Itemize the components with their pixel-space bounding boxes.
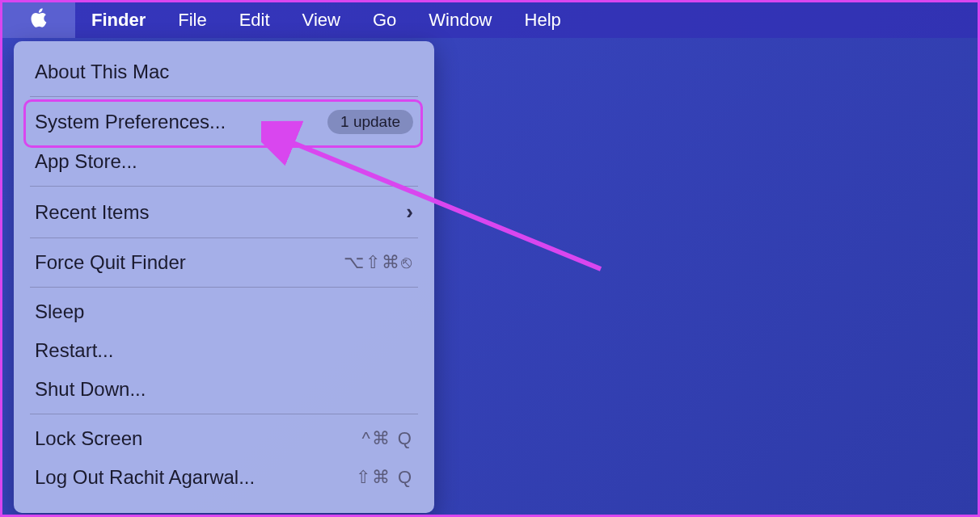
- menu-file[interactable]: File: [162, 2, 222, 38]
- apple-icon: [27, 6, 50, 34]
- menu-recent-items[interactable]: Recent Items ›: [14, 191, 434, 233]
- menu-divider: [30, 287, 418, 288]
- keyboard-shortcut: ^⌘ Q: [361, 428, 413, 449]
- chevron-right-icon: ›: [406, 200, 413, 225]
- menu-system-preferences[interactable]: System Preferences... 1 update: [14, 102, 434, 142]
- menu-divider: [30, 414, 418, 414]
- menu-item-label: Shut Down...: [35, 378, 413, 401]
- menu-app-store[interactable]: App Store...: [14, 142, 434, 181]
- menu-item-label: Log Out Rachit Agarwal...: [35, 466, 356, 489]
- update-badge: 1 update: [327, 110, 413, 134]
- keyboard-shortcut: ⌥⇧⌘⎋: [344, 252, 413, 273]
- menu-window[interactable]: Window: [412, 2, 508, 38]
- menu-sleep[interactable]: Sleep: [14, 292, 434, 331]
- menu-item-label: Recent Items: [35, 201, 406, 224]
- menu-about-this-mac[interactable]: About This Mac: [14, 53, 434, 91]
- apple-menu-button[interactable]: [2, 2, 75, 38]
- menu-edit[interactable]: Edit: [223, 2, 286, 38]
- menu-item-label: Sleep: [35, 301, 413, 323]
- menu-item-label: Lock Screen: [35, 427, 361, 450]
- menu-item-label: System Preferences...: [35, 111, 327, 133]
- apple-menu-dropdown: About This Mac System Preferences... 1 u…: [14, 41, 434, 513]
- menu-force-quit[interactable]: Force Quit Finder ⌥⇧⌘⎋: [14, 243, 434, 282]
- menu-item-label: Restart...: [35, 339, 413, 362]
- menu-shut-down[interactable]: Shut Down...: [14, 370, 434, 409]
- menu-go[interactable]: Go: [357, 2, 412, 38]
- menu-item-label: Force Quit Finder: [35, 251, 344, 274]
- menu-lock-screen[interactable]: Lock Screen ^⌘ Q: [14, 419, 434, 458]
- menu-help[interactable]: Help: [509, 2, 577, 38]
- app-name-menu[interactable]: Finder: [75, 2, 162, 38]
- menu-divider: [30, 96, 418, 97]
- menubar: Finder File Edit View Go Window Help: [2, 2, 978, 38]
- menu-item-label: App Store...: [35, 150, 413, 173]
- menu-divider: [30, 186, 418, 187]
- menu-log-out[interactable]: Log Out Rachit Agarwal... ⇧⌘ Q: [14, 458, 434, 497]
- menu-divider: [30, 237, 418, 238]
- menu-item-label: About This Mac: [35, 61, 413, 83]
- keyboard-shortcut: ⇧⌘ Q: [356, 467, 413, 488]
- menu-view[interactable]: View: [286, 2, 357, 38]
- menu-restart[interactable]: Restart...: [14, 331, 434, 370]
